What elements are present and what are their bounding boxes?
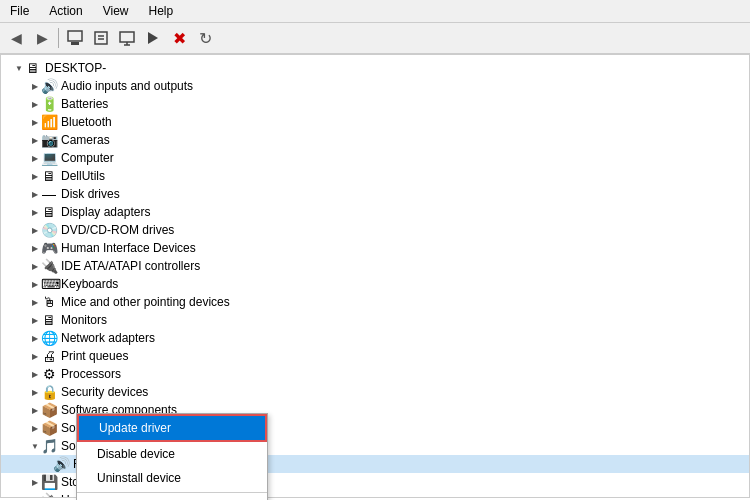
tree-item-dvdrom[interactable]: ▶ 💿 DVD/CD-ROM drives [1,221,749,239]
arrow-ide: ▶ [29,262,41,271]
icon-monitors: 🖥 [41,312,57,328]
icon-computer: 💻 [41,150,57,166]
refresh-btn[interactable]: ↻ [193,26,217,50]
tree-item-monitors[interactable]: ▶ 🖥 Monitors [1,311,749,329]
svg-rect-2 [95,32,107,44]
toolbar-separator-1 [58,28,59,48]
menu-view[interactable]: View [97,2,135,20]
tree-item-security[interactable]: ▶ 🔒 Security devices [1,383,749,401]
arrow-mice: ▶ [29,298,41,307]
label-computer: Computer [61,151,114,165]
context-menu: Update driver Disable device Uninstall d… [76,413,268,500]
icon-storage: 💾 [41,474,57,490]
icon-sound: 🎵 [41,438,57,454]
arrow-softwarecomponents: ▶ [29,406,41,415]
tree-item-bluetooth[interactable]: ▶ 📶 Bluetooth [1,113,749,131]
label-keyboards: Keyboards [61,277,118,291]
label-diskdrives: Disk drives [61,187,120,201]
arrow-hid: ▶ [29,244,41,253]
tree-item-ide[interactable]: ▶ 🔌 IDE ATA/ATAPI controllers [1,257,749,275]
menu-action[interactable]: Action [43,2,88,20]
arrow-monitors: ▶ [29,316,41,325]
tree-item-processors[interactable]: ▶ ⚙ Processors [1,365,749,383]
context-menu-update-driver[interactable]: Update driver [77,414,267,442]
tree-item-diskdrives[interactable]: ▶ — Disk drives [1,185,749,203]
context-menu-scan-hardware[interactable]: Scan for hardware changes [77,495,267,500]
icon-diskdrives: — [41,186,57,202]
remove-btn[interactable]: ✖ [167,26,191,50]
tree-item-print[interactable]: ▶ 🖨 Print queues [1,347,749,365]
tree-item-displayadapters[interactable]: ▶ 🖥 Display adapters [1,203,749,221]
arrow-softwaredevices: ▶ [29,424,41,433]
arrow-dvdrom: ▶ [29,226,41,235]
tree-item-cameras[interactable]: ▶ 📷 Cameras [1,131,749,149]
label-audio: Audio inputs and outputs [61,79,193,93]
icon-cameras: 📷 [41,132,57,148]
arrow-sound: ▼ [29,442,41,451]
action-btn[interactable] [141,26,165,50]
arrow-processors: ▶ [29,370,41,379]
svg-rect-5 [120,32,134,42]
show-hide-btn[interactable] [63,26,87,50]
tree-item-batteries[interactable]: ▶ 🔋 Batteries [1,95,749,113]
svg-rect-1 [71,42,79,45]
root-label: DESKTOP- [45,61,106,75]
arrow-displayadapters: ▶ [29,208,41,217]
menubar: File Action View Help [0,0,750,23]
context-menu-sep [77,492,267,493]
arrow-diskdrives: ▶ [29,190,41,199]
label-ide: IDE ATA/ATAPI controllers [61,259,200,273]
label-mice: Mice and other pointing devices [61,295,230,309]
arrow-cameras: ▶ [29,136,41,145]
icon-keyboards: ⌨ [41,276,57,292]
toolbar: ◀ ▶ ✖ ↻ [0,23,750,54]
main-area: ▼ 🖥 DESKTOP- ▶ 🔊 Audio inputs and output… [0,54,750,498]
tree-item-keyboards[interactable]: ▶ ⌨ Keyboards [1,275,749,293]
label-cameras: Cameras [61,133,110,147]
arrow-keyboards: ▶ [29,280,41,289]
icon-dellutils: 🖥 [41,168,57,184]
label-dvdrom: DVD/CD-ROM drives [61,223,174,237]
icon-universal: 🔌 [41,492,57,497]
tree-item-dellutils[interactable]: ▶ 🖥 DellUtils [1,167,749,185]
context-menu-disable-device[interactable]: Disable device [77,442,267,466]
label-bluetooth: Bluetooth [61,115,112,129]
tree-item-network[interactable]: ▶ 🌐 Network adapters [1,329,749,347]
label-security: Security devices [61,385,148,399]
icon-bluetooth: 📶 [41,114,57,130]
context-menu-uninstall-device[interactable]: Uninstall device [77,466,267,490]
icon-sound-child: 🔊 [53,456,69,472]
icon-processors: ⚙ [41,366,57,382]
menu-help[interactable]: Help [143,2,180,20]
label-displayadapters: Display adapters [61,205,150,219]
tree-item-mice[interactable]: ▶ 🖱 Mice and other pointing devices [1,293,749,311]
icon-print: 🖨 [41,348,57,364]
menu-file[interactable]: File [4,2,35,20]
arrow-network: ▶ [29,334,41,343]
icon-displayadapters: 🖥 [41,204,57,220]
label-network: Network adapters [61,331,155,345]
label-hid: Human Interface Devices [61,241,196,255]
label-batteries: Batteries [61,97,108,111]
icon-network: 🌐 [41,330,57,346]
icon-softwarecomponents: 📦 [41,402,57,418]
tree-item-hid[interactable]: ▶ 🎮 Human Interface Devices [1,239,749,257]
icon-ide: 🔌 [41,258,57,274]
computer-icon: 🖥 [25,60,41,76]
tree-root[interactable]: ▼ 🖥 DESKTOP- [1,59,749,77]
icon-mice: 🖱 [41,294,57,310]
icon-audio: 🔊 [41,78,57,94]
forward-button[interactable]: ▶ [30,26,54,50]
label-monitors: Monitors [61,313,107,327]
properties-btn[interactable] [89,26,113,50]
tree-item-computer[interactable]: ▶ 💻 Computer [1,149,749,167]
arrow-computer: ▶ [29,154,41,163]
back-button[interactable]: ◀ [4,26,28,50]
label-dellutils: DellUtils [61,169,105,183]
monitor-btn[interactable] [115,26,139,50]
arrow-audio: ▶ [29,82,41,91]
arrow-storage: ▶ [29,478,41,487]
arrow-batteries: ▶ [29,100,41,109]
icon-dvdrom: 💿 [41,222,57,238]
tree-item-audio[interactable]: ▶ 🔊 Audio inputs and outputs [1,77,749,95]
